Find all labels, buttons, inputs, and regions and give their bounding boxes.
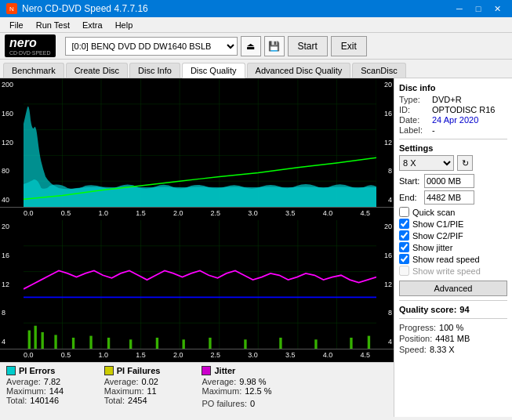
maximize-button[interactable]: □ (470, 2, 487, 16)
divider1 (399, 139, 507, 139)
disc-date-row: Date: 24 Apr 2020 (399, 115, 507, 125)
jitter-max-value: 12.5 % (245, 386, 284, 396)
menu-extra[interactable]: Extra (76, 19, 109, 31)
quick-scan-checkbox[interactable] (399, 207, 409, 217)
disc-type-row: Type: DVD+R (399, 95, 507, 104)
pif-total-value: 2454 (128, 396, 167, 405)
c2pif-checkbox[interactable] (399, 230, 409, 241)
disc-info-title: Disc info (399, 83, 507, 92)
menu-file[interactable]: File (3, 19, 30, 31)
pi-errors-color (6, 366, 16, 375)
jitter-label: Show jitter (412, 243, 452, 252)
pi-avg-value: 7.82 (44, 377, 83, 386)
quality-score-row: Quality score: 94 (399, 305, 507, 314)
chart2-svg (24, 220, 376, 349)
menu-bar: File Run Test Extra Help (0, 17, 512, 33)
pif-max-value: 11 (147, 386, 186, 396)
pi-failures-label: PI Failures (117, 366, 161, 375)
speed-value: 8.33 X (430, 345, 469, 354)
svg-rect-32 (129, 339, 132, 349)
c2pif-label: Show C2/PIF (412, 231, 463, 241)
menu-help[interactable]: Help (109, 19, 140, 31)
progress-label: Progress: (399, 323, 436, 332)
end-input[interactable] (424, 190, 474, 205)
disc-id-label: ID: (399, 105, 429, 114)
disc-type-value: DVD+R (432, 95, 462, 104)
speed-row: 8 X 1 X 2 X 4 X Maximum ↻ (399, 155, 507, 171)
disc-date-label: Date: (399, 115, 429, 125)
svg-rect-31 (107, 338, 110, 349)
jitter-checkbox[interactable] (399, 242, 409, 252)
tab-disc-quality[interactable]: Disc Quality (182, 63, 245, 78)
svg-rect-33 (156, 338, 158, 349)
tabs-bar: Benchmark Create Disc Disc Info Disc Qua… (0, 60, 512, 78)
disc-date-value: 24 Apr 2020 (432, 115, 478, 125)
progress-area: Progress: 100 % Position: 4481 MB Speed:… (399, 323, 507, 354)
pi-errors-label: PI Errors (19, 366, 55, 375)
drive-selector[interactable]: [0:0] BENQ DVD DD DW1640 BSLB (65, 37, 238, 56)
svg-rect-29 (72, 338, 74, 349)
c2pif-row: Show C2/PIF (399, 230, 507, 241)
eject-button[interactable]: ⏏ (241, 36, 261, 56)
disc-type-label: Type: (399, 95, 429, 104)
svg-rect-36 (244, 339, 246, 349)
pi-max-value: 144 (49, 386, 89, 396)
chart1-x-axis: 0.0 0.5 1.0 1.5 2.0 2.5 3.0 3.5 4.0 4.5 (0, 208, 394, 220)
position-label: Position: (399, 334, 432, 343)
jitter-label: Jitter (214, 366, 235, 375)
exit-button[interactable]: Exit (331, 36, 367, 56)
tab-advanced-disc-quality[interactable]: Advanced Disc Quality (247, 63, 351, 78)
po-failures-label: PO failures: (202, 399, 246, 408)
jitter-avg-label: Average: (202, 377, 236, 386)
chart2-x-axis: 0.0 0.5 1.0 1.5 2.0 2.5 3.0 3.5 4.0 4.5 (0, 349, 394, 362)
speed-selector[interactable]: 8 X 1 X 2 X 4 X Maximum (399, 155, 454, 171)
nero-subtitle: CD·DVD·SPEED (9, 50, 51, 56)
chart2-y-axis-right: 20 16 12 8 4 (376, 220, 394, 349)
pi-max-label: Maximum: (6, 386, 46, 396)
chart-pie: 200 160 120 80 40 20 16 12 8 4 (0, 78, 394, 208)
window-controls: ─ □ ✕ (451, 2, 506, 16)
po-failures-value: 0 (250, 399, 289, 408)
pif-avg-value: 0.02 (142, 377, 181, 386)
tab-benchmark[interactable]: Benchmark (3, 63, 64, 78)
menu-run-test[interactable]: Run Test (30, 19, 76, 31)
svg-rect-30 (89, 336, 92, 349)
chart1-y-axis-left: 200 160 120 80 40 (0, 78, 24, 207)
start-input[interactable] (424, 174, 474, 188)
svg-rect-37 (279, 338, 281, 349)
speed-label: Speed: (399, 345, 427, 354)
disc-id-value: OPTODISC R16 (432, 105, 496, 114)
disc-label-row: Label: - (399, 125, 507, 135)
svg-rect-34 (183, 339, 185, 349)
svg-rect-25 (28, 331, 31, 349)
start-row: Start: (399, 174, 507, 188)
end-label: End: (399, 193, 421, 202)
pi-total-value: 140146 (30, 396, 69, 405)
tab-scan-disc[interactable]: ScanDisc (352, 63, 405, 78)
tab-disc-info[interactable]: Disc Info (129, 63, 180, 78)
advanced-button[interactable]: Advanced (399, 281, 507, 296)
position-value: 4481 MB (435, 334, 474, 343)
read-speed-row: Show read speed (399, 254, 507, 264)
main-content: 200 160 120 80 40 20 16 12 8 4 (0, 78, 512, 417)
close-button[interactable]: ✕ (488, 2, 506, 16)
c1pie-row: Show C1/PIE (399, 219, 507, 229)
start-button[interactable]: Start (288, 36, 328, 56)
svg-rect-35 (209, 338, 211, 349)
chart-area: 200 160 120 80 40 20 16 12 8 4 (0, 78, 394, 417)
refresh-button[interactable]: ↻ (457, 155, 473, 171)
pif-max-label: Maximum: (104, 386, 144, 396)
jitter-row: Show jitter (399, 242, 507, 252)
c1pie-checkbox[interactable] (399, 219, 409, 229)
pif-avg-label: Average: (104, 377, 139, 386)
tab-create-disc[interactable]: Create Disc (66, 63, 128, 78)
window-title: Nero CD-DVD Speed 4.7.7.16 (22, 3, 148, 14)
chart1-y-axis-right: 20 16 12 8 4 (376, 78, 394, 207)
svg-rect-28 (54, 335, 56, 349)
app-icon: N (6, 3, 17, 14)
read-speed-checkbox[interactable] (399, 254, 409, 264)
divider3 (399, 318, 507, 319)
minimize-button[interactable]: ─ (451, 2, 468, 16)
svg-rect-26 (34, 326, 37, 349)
save-button[interactable]: 💾 (264, 36, 285, 56)
